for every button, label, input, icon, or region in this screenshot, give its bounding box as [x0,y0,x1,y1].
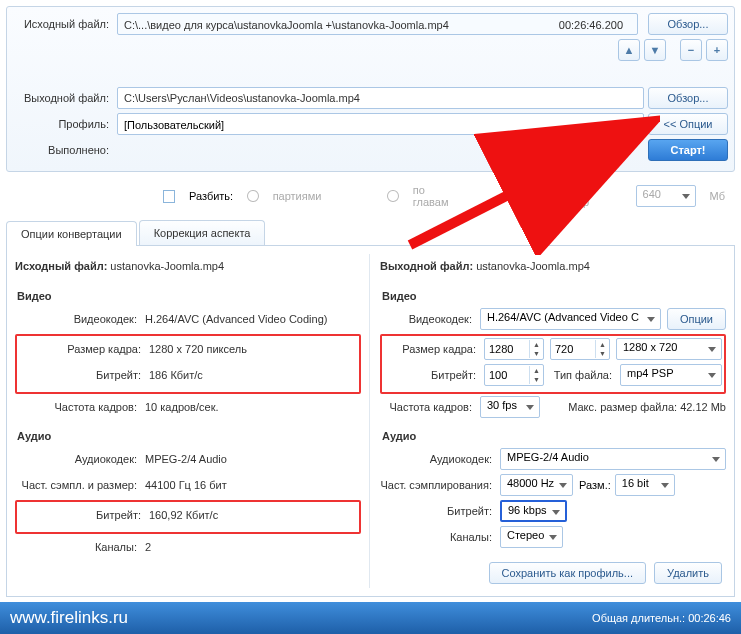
source-file-field: C:\...\видео для курса\ustanovkaJoomla +… [117,13,638,35]
output-fps-select[interactable]: 30 fps [480,396,540,418]
output-preset-select[interactable]: 1280 x 720 [616,338,722,360]
output-height-spin[interactable]: ▲▼ [550,338,610,360]
split-size-select: 640 [636,185,696,207]
output-file-label: Выходной файл: [13,92,113,104]
split-batches-label: партиями [273,190,322,202]
source-audio-header: Аудио [15,422,361,448]
output-acodec-select[interactable]: MPEG-2/4 Audio [500,448,726,470]
output-file-field[interactable] [117,87,644,109]
split-mb-label: Мб [710,190,725,202]
footer-url: www.firelinks.ru [10,608,128,628]
output-bitrate-spin[interactable]: ▲▼ [484,364,544,386]
source-frame-size: 1280 x 720 пиксель [149,343,247,355]
output-video-header: Видео [380,282,726,308]
split-chapters-label: по главам [413,184,461,208]
split-chapters-radio [387,190,398,202]
browse-source-button[interactable]: Обзор... [648,13,728,35]
source-panel-title: Исходный файл: ustanovka-Joomla.mp4 [15,254,361,282]
add-button[interactable]: + [706,39,728,61]
done-label: Выполнено: [13,144,113,156]
move-down-button[interactable]: ▼ [644,39,666,61]
delete-profile-button[interactable]: Удалить [654,562,722,584]
profile-select[interactable]: [Пользовательский] [117,113,644,135]
output-bitdepth-select[interactable]: 16 bit [615,474,675,496]
options-button[interactable]: << Опции [648,113,728,135]
start-button[interactable]: Старт! [648,139,728,161]
browse-output-button[interactable]: Обзор... [648,87,728,109]
output-sample-select[interactable]: 48000 Hz [500,474,573,496]
source-bitrate: 186 Кбит/с [149,369,203,381]
source-video-header: Видео [15,282,361,308]
output-width-spin[interactable]: ▲▼ [484,338,544,360]
split-limit-label: лимит. размер [552,184,621,208]
output-panel-title: Выходной файл: ustanovka-Joomla.mp4 [380,254,726,282]
save-profile-button[interactable]: Сохранить как профиль... [489,562,646,584]
output-filetype-select[interactable]: mp4 PSP [620,364,722,386]
codec-options-button[interactable]: Опции [667,308,726,330]
source-audio-bitrate: 160,92 Кбит/с [149,509,218,521]
remove-button[interactable]: − [680,39,702,61]
profile-label: Профиль: [13,118,113,130]
output-audio-header: Аудио [380,422,726,448]
tab-aspect-correction[interactable]: Коррекция аспекта [139,220,266,245]
split-label: Разбить: [189,190,233,202]
move-up-button[interactable]: ▲ [618,39,640,61]
split-limit-radio [527,190,538,202]
split-checkbox[interactable] [163,190,175,203]
source-file-label: Исходный файл: [13,18,113,30]
source-duration: 00:26:46.200 [551,16,631,32]
output-channels-select[interactable]: Стерео [500,526,563,548]
split-batches-radio [247,190,258,202]
output-abitrate-select[interactable]: 96 kbps [500,500,567,522]
footer-duration: Общая длительн.: 00:26:46 [592,612,731,624]
output-codec-select[interactable]: H.264/AVC (Advanced Video C [480,308,661,330]
tab-convert-options[interactable]: Опции конвертации [6,221,137,246]
